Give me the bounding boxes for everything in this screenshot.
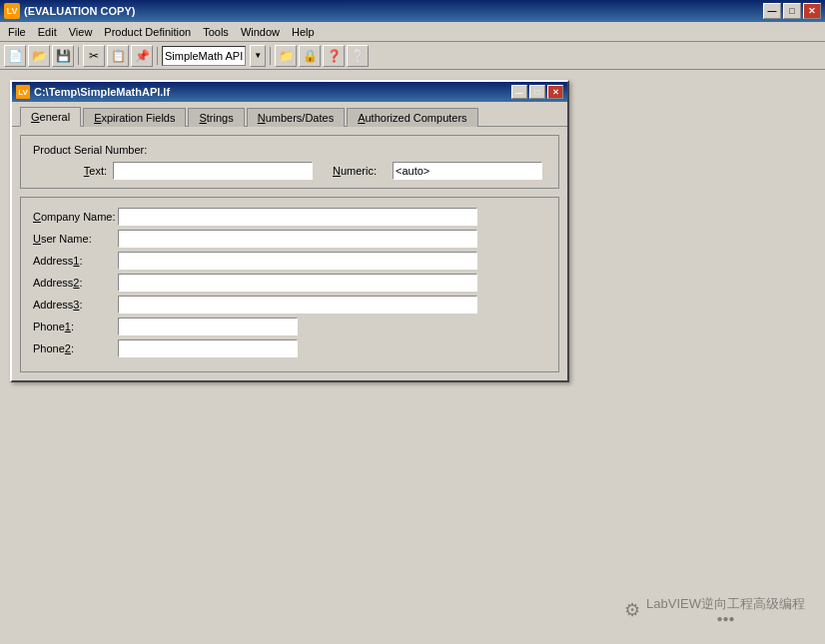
watermark-dots: ●●● — [646, 613, 805, 624]
dialog-minimize-button[interactable]: — — [511, 85, 527, 99]
serial-number-row: Text: Numeric: — [33, 162, 546, 180]
watermark-icon: ⚙ — [624, 599, 640, 621]
address2-input[interactable] — [118, 274, 477, 292]
save-button[interactable]: 💾 — [52, 45, 74, 67]
text-label: Text: — [33, 165, 113, 177]
app-icon: LV — [4, 3, 20, 19]
menu-product-definition[interactable]: Product Definition — [98, 24, 197, 40]
copy-button[interactable]: 📋 — [107, 45, 129, 67]
serial-number-section: Product Serial Number: Text: Numeric: — [20, 135, 559, 189]
dialog-maximize-button[interactable]: □ — [529, 85, 545, 99]
menu-help[interactable]: Help — [286, 24, 321, 40]
toolbar-separator-2 — [157, 47, 158, 65]
user-info-section: Company Name: User Name: Address1: — [20, 197, 559, 372]
main-area: LV C:\Temp\SimpleMathAPI.lf — □ ✕ Genera… — [0, 70, 825, 644]
menu-tools[interactable]: Tools — [197, 24, 235, 40]
lock-button[interactable]: 🔒 — [299, 45, 321, 67]
api-dropdown[interactable]: SimpleMath API — [162, 46, 246, 66]
help-button[interactable]: ❓ — [323, 45, 345, 67]
phone2-label: Phone2: — [33, 342, 118, 354]
address1-label: Address1: — [33, 255, 118, 267]
maximize-button[interactable]: □ — [783, 3, 801, 19]
company-name-input[interactable] — [118, 208, 477, 226]
tabs-container: General Expiration Fields Strings Number… — [12, 102, 567, 126]
dialog-content: Product Serial Number: Text: Numeric: — [12, 126, 567, 380]
cut-button[interactable]: ✂ — [83, 45, 105, 67]
toolbar-separator-3 — [270, 47, 271, 65]
watermark-text: LabVIEW逆向工程高级编程 — [646, 595, 805, 613]
minimize-button[interactable]: — — [763, 3, 781, 19]
tab-authorized-computers[interactable]: Authorized Computers — [347, 108, 477, 127]
toolbar: 📄 📂 💾 ✂ 📋 📌 SimpleMath API ▼ 📁 🔒 ❓ ❔ — [0, 42, 825, 70]
app-title: (EVALUATION COPY) — [24, 5, 135, 17]
open-button[interactable]: 📂 — [28, 45, 50, 67]
phone2-input[interactable] — [118, 339, 298, 357]
phone2-row: Phone2: — [33, 339, 546, 357]
api-dropdown-arrow[interactable]: ▼ — [250, 45, 266, 67]
tab-expiration-fields[interactable]: Expiration Fields — [83, 108, 186, 127]
tab-general[interactable]: General — [20, 107, 81, 127]
address2-row: Address2: — [33, 274, 546, 292]
serial-numeric-input[interactable] — [393, 162, 542, 180]
address3-input[interactable] — [118, 296, 477, 314]
menu-view[interactable]: View — [63, 24, 99, 40]
serial-text-input[interactable] — [113, 162, 313, 180]
phone1-row: Phone1: — [33, 318, 546, 335]
close-button[interactable]: ✕ — [803, 3, 821, 19]
user-name-row: User Name: — [33, 230, 546, 248]
phone1-input[interactable] — [118, 318, 298, 335]
tab-strings[interactable]: Strings — [188, 108, 244, 127]
watermark: ⚙ LabVIEW逆向工程高级编程 ●●● — [624, 595, 805, 624]
user-name-input[interactable] — [118, 230, 477, 248]
title-bar: LV (EVALUATION COPY) — □ ✕ — [0, 0, 825, 22]
company-name-label: Company Name: — [33, 211, 118, 223]
address1-input[interactable] — [118, 252, 477, 270]
tab-numbers-dates[interactable]: Numbers/Dates — [247, 108, 345, 127]
toolbar-separator-1 — [78, 47, 79, 65]
address2-label: Address2: — [33, 277, 118, 289]
menu-file[interactable]: File — [2, 24, 32, 40]
address1-row: Address1: — [33, 252, 546, 270]
menu-edit[interactable]: Edit — [32, 24, 63, 40]
api-dropdown-label: SimpleMath API — [165, 50, 243, 62]
paste-button[interactable]: 📌 — [131, 45, 153, 67]
browse-button[interactable]: 📁 — [275, 45, 297, 67]
dialog-title: C:\Temp\SimpleMathAPI.lf — [34, 86, 170, 98]
question-button[interactable]: ❔ — [347, 45, 369, 67]
numeric-label: Numeric: — [333, 165, 393, 177]
address3-row: Address3: — [33, 296, 546, 314]
user-name-label: User Name: — [33, 233, 118, 245]
menu-bar: File Edit View Product Definition Tools … — [0, 22, 825, 42]
toolbar-combo: SimpleMath API ▼ — [162, 45, 266, 67]
address3-label: Address3: — [33, 299, 118, 311]
new-button[interactable]: 📄 — [4, 45, 26, 67]
serial-number-title: Product Serial Number: — [33, 144, 546, 156]
company-name-row: Company Name: — [33, 208, 546, 226]
menu-window[interactable]: Window — [235, 24, 286, 40]
title-controls: — □ ✕ — [763, 3, 821, 19]
dialog-title-bar: LV C:\Temp\SimpleMathAPI.lf — □ ✕ — [12, 82, 567, 102]
dialog-close-button[interactable]: ✕ — [547, 85, 563, 99]
dialog-window: LV C:\Temp\SimpleMathAPI.lf — □ ✕ Genera… — [10, 80, 569, 382]
phone1-label: Phone1: — [33, 321, 118, 332]
dialog-icon: LV — [16, 85, 30, 99]
